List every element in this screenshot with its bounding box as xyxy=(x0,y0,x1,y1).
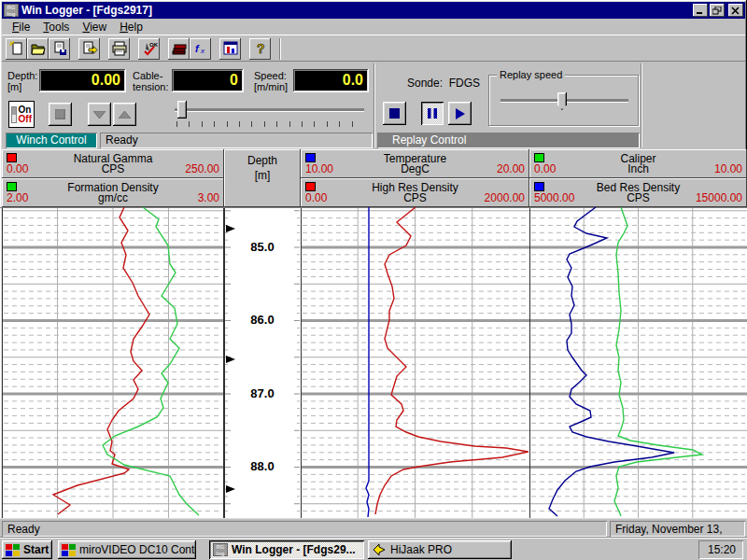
play-icon xyxy=(456,108,465,119)
taskbar-clock: 15:20 xyxy=(698,540,743,559)
replay-stop-button[interactable] xyxy=(383,102,406,125)
menu-file[interactable]: File xyxy=(6,19,36,35)
stop-icon xyxy=(55,109,65,119)
panel-divider xyxy=(374,63,375,147)
application-window: RGlog Win Logger - [Fdgs2917] FileToolsV… xyxy=(0,0,747,560)
curve-header-bed-res-density: Bed Res Density5000.00CPS15000.00 xyxy=(529,178,747,207)
svg-text:OK: OK xyxy=(149,42,158,48)
winch-down-button[interactable] xyxy=(88,103,111,126)
menu-bar: FileToolsViewHelp xyxy=(2,19,745,35)
hijaak-icon xyxy=(372,543,387,556)
chart-window-button[interactable] xyxy=(219,38,241,60)
control-panel: Depth:[m] 0.00 Cable-tension: 0 Speed:[m… xyxy=(2,62,745,149)
curve-unit: gm/cc xyxy=(2,191,224,204)
curve-header-high-res-density: High Res Density0.00CPS2000.00 xyxy=(301,178,529,207)
curve-max: 15000.00 xyxy=(696,191,742,204)
sonde-value: FDGS xyxy=(449,77,480,90)
help-icon: ? xyxy=(252,40,269,57)
curve-header-temperature: Temperature10.00DegC20.00 xyxy=(301,149,529,178)
curve-max: 3.00 xyxy=(198,191,219,204)
chart-window-icon xyxy=(222,40,239,57)
log-plot: 85.086.087.088.0 xyxy=(0,207,747,518)
curve-header-formation-density: Formation Density2.00gm/cc3.00 xyxy=(2,178,224,207)
depth-label: 85.0 xyxy=(250,240,274,254)
winch-on-off-toggle[interactable]: On Off xyxy=(8,101,35,128)
new-button[interactable] xyxy=(6,38,27,60)
winch-status: Ready xyxy=(100,133,373,148)
slider-ticks xyxy=(176,121,362,127)
depth-title: Depth xyxy=(224,154,301,167)
depth-label: 88.0 xyxy=(250,459,274,473)
save-as-icon xyxy=(51,40,68,57)
app-icon: RGlog xyxy=(4,4,19,17)
arrow-down-icon xyxy=(93,111,106,119)
winch-slider-thumb[interactable] xyxy=(177,101,187,119)
svg-text:x: x xyxy=(200,47,205,55)
taskbar-button-hijaak-pro[interactable]: HiJaak PRO xyxy=(368,540,512,559)
window-title: Win Logger - [Fdgs2917] xyxy=(21,4,693,17)
replay-pause-button[interactable] xyxy=(421,102,444,125)
function-button[interactable]: fx xyxy=(190,38,211,60)
catalog-button[interactable] xyxy=(168,38,190,60)
catalog-icon xyxy=(171,40,188,57)
save-as-button[interactable] xyxy=(49,38,70,60)
sonde-label: Sonde: FDGS xyxy=(407,77,480,89)
taskbar: Start 15:20 miroVIDEO DC10 ControlRGlogW… xyxy=(0,538,747,560)
taskbar-button-win-logger-fdgs29[interactable]: RGlogWin Logger - [Fdgs29... xyxy=(209,540,364,559)
taskbar-button-label: HiJaak PRO xyxy=(390,543,452,556)
menu-view[interactable]: View xyxy=(76,19,113,35)
winch-up-button[interactable] xyxy=(113,103,136,126)
track-headers: Natural Gamma0.00CPS250.00Formation Dens… xyxy=(0,149,747,207)
close-button[interactable] xyxy=(728,4,743,17)
stop-icon xyxy=(389,108,400,119)
speed-label: Speed:[m/min] xyxy=(254,70,288,92)
depth-label: 86.0 xyxy=(250,313,274,327)
replay-control-banner: Replay Control xyxy=(377,133,640,148)
print-button[interactable] xyxy=(108,38,130,60)
curve-unit: DegC xyxy=(301,162,529,175)
export-button[interactable] xyxy=(78,38,100,60)
verify-ok-button[interactable]: OK xyxy=(138,38,160,60)
open-icon xyxy=(30,40,47,57)
status-message: Ready xyxy=(2,521,607,537)
minimize-button[interactable] xyxy=(693,4,708,17)
winch-stop-button[interactable] xyxy=(49,103,72,126)
depth-label: Depth:[m] xyxy=(7,70,37,92)
restore-button[interactable] xyxy=(710,4,725,17)
cable-tension-readout: 0 xyxy=(172,69,244,92)
svg-text:f: f xyxy=(195,43,200,54)
taskbar-button-label: Win Logger - [Fdgs29... xyxy=(232,543,356,556)
verify-ok-icon: OK xyxy=(141,40,158,57)
winch-speed-slider[interactable] xyxy=(175,101,364,129)
menu-tools[interactable]: Tools xyxy=(36,19,76,35)
export-icon xyxy=(81,40,98,57)
curve-max: 20.00 xyxy=(497,162,525,175)
depth-label: 87.0 xyxy=(250,386,274,400)
depth-readout: 0.00 xyxy=(39,69,126,92)
curve-max: 250.00 xyxy=(185,162,219,175)
depth-column-header: Depth[m] xyxy=(224,149,301,207)
menu-help[interactable]: Help xyxy=(113,19,149,35)
cable-tension-label: Cable-tension: xyxy=(133,70,169,92)
start-button[interactable]: Start xyxy=(2,540,52,559)
toolbar-separator xyxy=(279,38,281,60)
toolbar: OKfx? xyxy=(2,36,745,62)
status-bar: Ready Friday, November 13, 1998 xyxy=(0,518,747,538)
replay-speed-label: Replay speed xyxy=(497,69,565,80)
replay-play-button[interactable] xyxy=(448,102,472,125)
rglog-icon: RGlog xyxy=(213,543,228,556)
replay-slider-thumb[interactable] xyxy=(557,92,567,110)
depth-unit: [m] xyxy=(224,169,301,182)
curve-max: 2000.00 xyxy=(485,191,525,204)
replay-speed-slider[interactable] xyxy=(500,92,628,115)
help-button[interactable]: ? xyxy=(249,38,271,60)
log-plot-area: 85.086.087.088.0 xyxy=(0,207,747,518)
new-icon xyxy=(8,40,25,57)
status-date: Friday, November 13, 1998 xyxy=(610,521,745,537)
svg-text:?: ? xyxy=(257,41,265,56)
open-button[interactable] xyxy=(27,38,49,60)
rocker-icon xyxy=(11,106,17,123)
curve-header-natural-gamma: Natural Gamma0.00CPS250.00 xyxy=(2,149,224,178)
taskbar-button-mirovideo-dc10-control[interactable]: miroVIDEO DC10 Control xyxy=(58,540,196,559)
print-icon xyxy=(111,40,128,57)
